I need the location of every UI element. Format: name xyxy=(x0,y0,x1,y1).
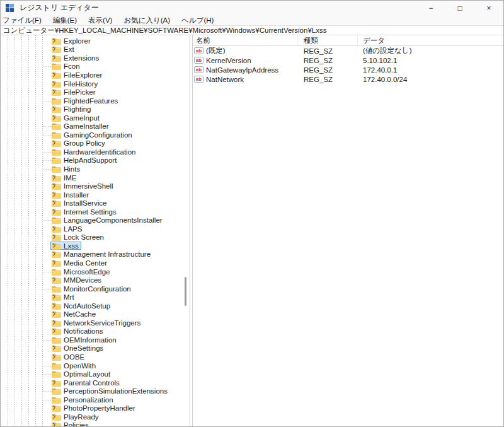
tree-item[interactable]: LanguageComponentsInstaller xyxy=(1,216,190,225)
tree-item-label: FlightedFeatures xyxy=(64,97,118,105)
tree-item[interactable]: IME xyxy=(1,173,190,182)
tree-item-content: OptimalLayout xyxy=(50,370,113,378)
tree-item[interactable]: GameInstaller xyxy=(1,122,190,131)
tree-item-label: Explorer xyxy=(64,37,91,45)
tree-item-content: HelpAndSupport xyxy=(50,156,119,165)
tree-item-content: NcdAutoSetup xyxy=(50,301,113,310)
menu-view[interactable]: 表示(V) xyxy=(88,16,112,25)
tree-item[interactable]: NcdAutoSetup xyxy=(1,301,190,310)
tree-item[interactable]: Explorer xyxy=(1,37,190,45)
menu-help[interactable]: ヘルプ(H) xyxy=(181,16,214,25)
column-type[interactable]: 種類 xyxy=(298,35,358,45)
tree-item[interactable]: Notifications xyxy=(1,327,190,336)
tree-scrollbar-thumb[interactable] xyxy=(185,277,186,306)
tree-item[interactable]: OptimalLayout xyxy=(1,370,190,378)
tree-item[interactable]: Personalization xyxy=(1,395,190,404)
value-name: KernelVersion xyxy=(206,57,251,64)
value-name-cell: abKernelVersion xyxy=(193,57,298,64)
minimize-button[interactable]: − xyxy=(416,1,445,15)
registry-value-row[interactable]: abNatNetworkREG_SZ172.40.0.0/24 xyxy=(193,74,503,84)
tree-item[interactable]: Internet Settings xyxy=(1,208,190,216)
value-name: NatNetwork xyxy=(206,76,244,83)
tree-item[interactable]: MMDevices xyxy=(1,276,190,284)
address-bar: コンピューター¥HKEY_LOCAL_MACHINE¥SOFTWARE¥Micr… xyxy=(1,25,503,35)
tree-item[interactable]: ImmersiveShell xyxy=(1,182,190,190)
tree-item-content: FlightedFeatures xyxy=(50,97,120,105)
tree-item[interactable]: GameInput xyxy=(1,114,190,122)
tree-item-label: Fcon xyxy=(64,62,80,70)
tree-item-label: Lxss xyxy=(64,242,79,250)
tree-item-content: Media Center xyxy=(50,259,110,267)
tree-item[interactable]: OEMInformation xyxy=(1,336,190,344)
tree-item[interactable]: Lxss xyxy=(1,242,190,250)
tree-item-label: Policies xyxy=(64,421,89,426)
column-data[interactable]: データ xyxy=(358,35,503,45)
menu-favorites[interactable]: お気に入り(A) xyxy=(123,16,170,25)
tree-item[interactable]: OpenWith xyxy=(1,361,190,370)
tree-item[interactable]: Mrt xyxy=(1,293,190,301)
tree-item-content: Parental Controls xyxy=(50,378,122,387)
tree-item[interactable]: Management Infrastructure xyxy=(1,250,190,259)
tree-item[interactable]: FlightedFeatures xyxy=(1,97,190,105)
main-area: ExplorerExtExtensionsFconFileExplorerFil… xyxy=(1,35,503,426)
menu-edit[interactable]: 編集(E) xyxy=(53,16,77,25)
value-name-cell: ab(既定) xyxy=(193,46,298,56)
tree-item[interactable]: Lock Screen xyxy=(1,233,190,242)
value-type: REG_SZ xyxy=(298,57,358,64)
tree-item[interactable]: PhotoPropertyHandler xyxy=(1,404,190,413)
tree-item[interactable]: Policies xyxy=(1,421,190,426)
tree-item-label: OneSettings xyxy=(64,344,103,352)
column-name[interactable]: 名前 xyxy=(193,35,298,45)
tree-item[interactable]: Hints xyxy=(1,165,190,173)
tree-item[interactable]: MonitorConfiguration xyxy=(1,284,190,293)
registry-value-row[interactable]: abNatGatewayIpAddressREG_SZ172.40.0.1 xyxy=(193,65,503,74)
tree-item[interactable]: NetworkServiceTriggers xyxy=(1,319,190,327)
tree-item-content: MMDevices xyxy=(50,276,104,284)
tree-item[interactable]: MicrosoftEdge xyxy=(1,267,190,276)
tree-item[interactable]: HardwareIdentification xyxy=(1,148,190,156)
tree-item[interactable]: Ext xyxy=(1,45,190,54)
tree-item[interactable]: LAPS xyxy=(1,225,190,233)
tree-item[interactable]: OOBE xyxy=(1,353,190,361)
list-header: 名前種類データ xyxy=(193,35,503,46)
reg-sz-icon: ab xyxy=(194,66,203,73)
tree-item-label: Media Center xyxy=(64,259,107,267)
tree-item[interactable]: NetCache xyxy=(1,310,190,319)
tree-item[interactable]: InstallService xyxy=(1,199,190,208)
tree-item[interactable]: Group Policy xyxy=(1,139,190,148)
tree-item[interactable]: Installer xyxy=(1,190,190,199)
address-input[interactable]: コンピューター¥HKEY_LOCAL_MACHINE¥SOFTWARE¥Micr… xyxy=(3,26,326,35)
tree-item-label: Mrt xyxy=(64,293,74,301)
tree-item[interactable]: Media Center xyxy=(1,259,190,267)
tree-connector-line xyxy=(43,272,54,272)
tree-item-label: MicrosoftEdge xyxy=(64,268,110,276)
tree-item-label: ImmersiveShell xyxy=(64,182,113,190)
tree-item-content: LAPS xyxy=(50,225,84,233)
registry-value-row[interactable]: abKernelVersionREG_SZ5.10.102.1 xyxy=(193,56,503,65)
tree-item[interactable]: HelpAndSupport xyxy=(1,156,190,165)
tree-item[interactable]: FileExplorer xyxy=(1,71,190,79)
tree-item[interactable]: PerceptionSimulationExtensions xyxy=(1,387,190,395)
menu-file[interactable]: ファイル(F) xyxy=(3,16,42,25)
tree-item[interactable]: GamingConfiguration xyxy=(1,131,190,139)
tree-item-label: NetCache xyxy=(64,310,96,318)
tree-item-label: NetworkServiceTriggers xyxy=(64,319,140,327)
tree-item-content: ImmersiveShell xyxy=(50,182,116,190)
tree-item[interactable]: Extensions xyxy=(1,54,190,62)
tree-item-label: Flighting xyxy=(64,105,91,113)
close-button[interactable]: × xyxy=(474,1,503,15)
tree-item[interactable]: FileHistory xyxy=(1,79,190,88)
tree-item-content: Lock Screen xyxy=(50,233,106,242)
maximize-button[interactable]: □ xyxy=(445,1,474,15)
tree-item[interactable]: PlayReady xyxy=(1,412,190,421)
tree-item[interactable]: FilePicker xyxy=(1,88,190,97)
tree-item[interactable]: OneSettings xyxy=(1,344,190,353)
tree-item[interactable]: Flighting xyxy=(1,105,190,114)
tree-item[interactable]: Parental Controls xyxy=(1,378,190,387)
tree-item-label: Parental Controls xyxy=(64,379,120,387)
tree-item[interactable]: Fcon xyxy=(1,62,190,71)
registry-value-row[interactable]: ab(既定)REG_SZ(値の設定なし) xyxy=(193,46,503,56)
tree-item-content: LanguageComponentsInstaller xyxy=(50,216,165,225)
tree-connector-line xyxy=(43,135,54,136)
tree-item-label: IME xyxy=(64,174,76,182)
